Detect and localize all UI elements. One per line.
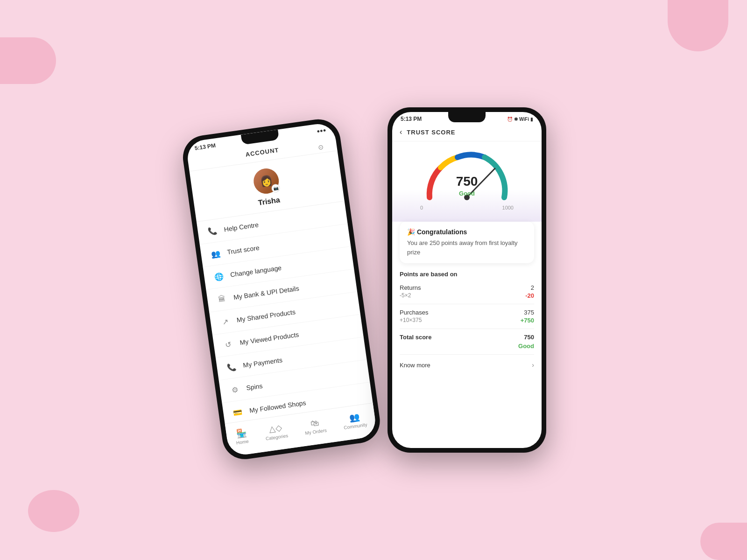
total-value: 750	[524, 334, 534, 341]
purchases-label: Purchases	[400, 309, 428, 316]
gauge-min: 0	[420, 205, 423, 210]
categories-icon: △◇	[268, 423, 283, 435]
points-section: Points are based on Returns 2 -5×2 -20 P…	[392, 271, 542, 371]
congrats-title-text: Congratulations	[417, 228, 467, 236]
total-status: Good	[518, 343, 534, 350]
phones-container: 5:13 PM ●●● ACCOUNT ⊙ 👩 📷 Trisha	[201, 107, 546, 453]
decorative-blob-br	[700, 523, 747, 560]
nav-community[interactable]: 👥 Community	[342, 411, 367, 430]
nav-categories-label: Categories	[265, 433, 288, 441]
phone-trust-screen: 5:13 PM ⏰ ✱ WiFi ▮ ‹ TRUST SCORE	[392, 112, 542, 448]
menu-label-viewed: My Viewed Products	[240, 331, 299, 347]
nav-home-label: Home	[236, 439, 249, 446]
chevron-right-icon: ›	[532, 361, 534, 369]
bluetooth-icon: ✱	[514, 117, 518, 122]
menu-label-trust: Trust score	[226, 244, 260, 256]
help-icon: 📞	[207, 225, 218, 237]
purchases-formula: +10×375	[400, 317, 422, 324]
menu-label-language: Change language	[230, 264, 282, 278]
language-icon: 🌐	[213, 271, 225, 282]
trust-title: TRUST SCORE	[407, 129, 455, 136]
congrats-text: You are 250 points away from first loyal…	[407, 238, 527, 257]
decorative-blob-bl	[28, 490, 79, 532]
camera-badge[interactable]: 📷	[271, 183, 280, 193]
notch-2	[448, 112, 486, 122]
score-number: 750	[456, 174, 478, 189]
status-icons-2: ⏰ ✱ WiFi ▮	[507, 117, 533, 122]
avatar-image: 👩	[259, 174, 273, 188]
phone-trust-score: 5:13 PM ⏰ ✱ WiFi ▮ ‹ TRUST SCORE	[388, 107, 546, 453]
battery-icon: ▮	[530, 117, 533, 122]
returns-value: 2	[531, 284, 534, 291]
payments-icon: 📞	[226, 361, 237, 373]
user-name: Trisha	[258, 196, 281, 207]
shops-icon: 💳	[232, 406, 244, 418]
wifi-icon: WiFi	[519, 117, 529, 122]
purchases-sub-row: +10×375 +750	[400, 317, 534, 329]
know-more-label: Know more	[400, 362, 430, 369]
know-more-row[interactable]: Know more ›	[400, 354, 534, 371]
account-title: ACCOUNT	[245, 147, 279, 158]
alarm-icon: ⏰	[507, 117, 513, 122]
menu-label-spins: Spins	[246, 382, 263, 392]
total-status-row: Good	[400, 343, 534, 350]
orders-icon: 🛍	[310, 418, 320, 428]
phone-account-screen: 5:13 PM ●●● ACCOUNT ⊙ 👩 📷 Trisha	[185, 122, 378, 457]
returns-sub-row: -5×2 -20	[400, 292, 534, 304]
menu-label-shared: My Shared Products	[236, 308, 296, 323]
spins-icon: ⚙	[229, 384, 240, 395]
shared-icon: ↗	[219, 316, 231, 328]
viewed-icon: ↺	[223, 338, 234, 350]
congrats-card: 🎉 Congratulations You are 250 points awa…	[400, 222, 534, 263]
settings-icon[interactable]: ⊙	[317, 143, 324, 151]
total-label: Total score	[400, 334, 431, 341]
nav-community-label: Community	[344, 422, 368, 430]
gauge-max: 1000	[502, 205, 514, 210]
points-heading: Points are based on	[400, 271, 534, 278]
menu-label-shops: My Followed Shops	[249, 399, 306, 414]
purchases-value: 375	[524, 309, 534, 316]
trust-icon: 👥	[210, 248, 221, 259]
back-button[interactable]: ‹	[400, 128, 402, 136]
purchases-row: Purchases 375	[400, 309, 534, 316]
returns-neg-value: -20	[525, 292, 534, 299]
purchases-pos-value: +750	[521, 317, 534, 324]
nav-orders-label: My Orders	[305, 427, 327, 435]
community-icon: 👥	[348, 412, 360, 423]
trust-header: ‹ TRUST SCORE	[392, 124, 542, 141]
returns-label: Returns	[400, 284, 421, 291]
gauge-labels: 0 1000	[420, 205, 514, 210]
time-2: 5:13 PM	[401, 116, 422, 122]
score-label: Good	[459, 190, 475, 197]
signal-icon: ●●●	[317, 127, 326, 134]
menu-label-help: Help Centre	[224, 221, 259, 233]
decorative-blob-tl	[0, 37, 56, 84]
time-1: 5:13 PM	[194, 142, 216, 151]
gauge-area: 750 Good 0 1000	[392, 141, 542, 222]
gauge-score: 750 Good	[456, 174, 478, 197]
nav-orders[interactable]: 🛍 My Orders	[303, 417, 327, 435]
gauge-container: 750 Good	[420, 151, 514, 202]
returns-formula: -5×2	[400, 292, 411, 299]
decorative-blob-tr	[668, 0, 728, 51]
congrats-title: 🎉 Congratulations	[407, 228, 527, 236]
nav-categories[interactable]: △◇ Categories	[264, 422, 289, 441]
menu-label-bank: My Bank & UPI Details	[233, 285, 299, 301]
congrats-emoji: 🎉	[407, 228, 415, 236]
status-icons-1: ●●●	[317, 127, 326, 134]
home-icon: 🏪	[235, 427, 247, 439]
nav-home[interactable]: 🏪 Home	[234, 427, 249, 445]
phone-account: 5:13 PM ●●● ACCOUNT ⊙ 👩 📷 Trisha	[180, 117, 383, 462]
menu-label-payments: My Payments	[243, 356, 283, 369]
bank-icon: 🏛	[216, 293, 228, 305]
returns-row: Returns 2	[400, 284, 534, 291]
menu-list: 📞 Help Centre 👥 Trust score 🌐 Change lan…	[197, 201, 373, 426]
avatar: 👩 📷	[252, 167, 281, 196]
total-row: Total score 750	[400, 334, 534, 341]
